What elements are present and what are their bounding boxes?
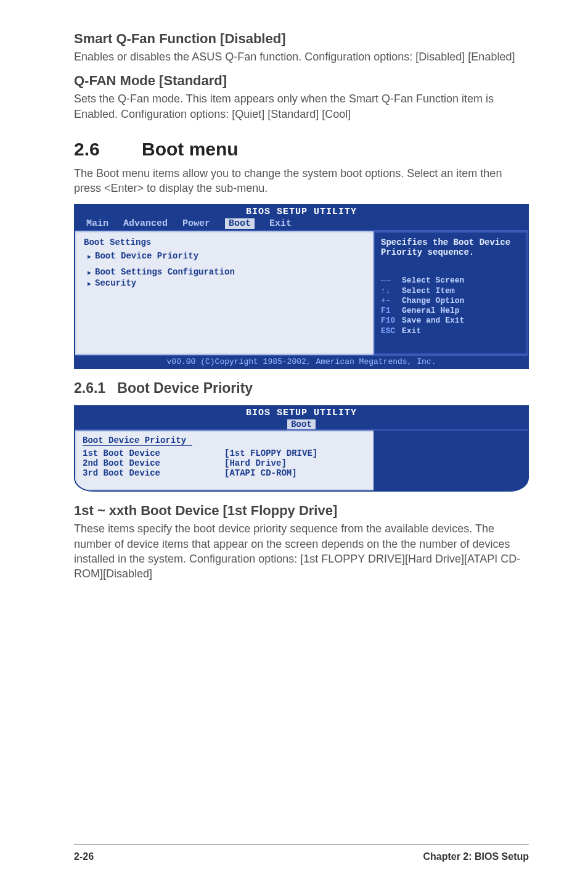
bios-item-boot-settings-config: Boot Settings Configuration — [88, 267, 366, 277]
chapter-intro: The Boot menu items allow you to change … — [74, 166, 529, 196]
bios-key-desc: Change Option — [402, 296, 464, 305]
bios2-row: 2nd Boot Device [Hard Drive] — [83, 458, 367, 468]
bios-help-text: Specifies the Boot Device Priority seque… — [381, 237, 520, 257]
bios-key-legend: ←→Select Screen ↑↓Select Item +-Change O… — [381, 276, 520, 336]
bios2-title: BIOS SETUP UTILITY — [75, 406, 528, 419]
bios-key: ESC — [381, 326, 402, 336]
chapter-heading: 2.6Boot menu — [74, 139, 529, 160]
chapter-number: 2.6 — [74, 139, 142, 160]
chapter-footer-label: Chapter 2: BIOS Setup — [423, 851, 529, 862]
bios2-tab-boot: Boot — [287, 419, 316, 429]
bios-key-desc: General Help — [402, 306, 460, 315]
bios-tab-bar: Main Advanced Power Boot Exit — [75, 218, 528, 230]
bios-tab-exit: Exit — [269, 218, 292, 229]
section-heading-qfan-mode: Q-FAN Mode [Standard] — [74, 73, 529, 89]
bios-screenshot-boot-priority: BIOS SETUP UTILITY Boot Boot Device Prio… — [74, 405, 529, 492]
bios-title: BIOS SETUP UTILITY — [75, 205, 528, 218]
chapter-title: Boot menu — [142, 139, 239, 159]
bios-key: +- — [381, 296, 402, 306]
bios2-row-label: 3rd Boot Device — [83, 468, 224, 478]
bios-tab-power: Power — [182, 218, 210, 229]
bios2-right-pane — [374, 431, 528, 490]
bios2-row: 1st Boot Device [1st FLOPPY DRIVE] — [83, 448, 367, 458]
bios-tab-main: Main — [86, 218, 108, 229]
bios2-panel-title: Boot Device Priority — [83, 435, 192, 446]
bios-key-desc: Save and Exit — [402, 316, 464, 325]
bios2-left-pane: Boot Device Priority 1st Boot Device [1s… — [75, 431, 374, 490]
subsection-heading: 2.6.1 Boot Device Priority — [74, 380, 529, 397]
section-heading-smart-qfan: Smart Q-Fan Function [Disabled] — [74, 31, 529, 47]
bios2-row-label: 1st Boot Device — [83, 448, 224, 458]
bios-key: F1 — [381, 306, 402, 316]
subsection-number: 2.6.1 — [74, 380, 105, 396]
bios2-tab-bar: Boot — [75, 419, 528, 429]
page-number: 2-26 — [74, 851, 94, 862]
section-body-qfan-mode: Sets the Q-Fan mode. This item appears o… — [74, 91, 529, 122]
bios-footer: v00.00 (C)Copyright 1985-2002, American … — [75, 355, 528, 368]
bios-item-boot-device-priority: Boot Device Priority — [88, 251, 366, 261]
bios-panel-title: Boot Settings — [84, 237, 366, 247]
bios-key: ↑↓ — [381, 286, 402, 296]
subsection-title: Boot Device Priority — [117, 380, 253, 396]
page-footer: 2-26 Chapter 2: BIOS Setup — [74, 844, 529, 862]
bios-tab-boot: Boot — [225, 218, 255, 229]
bios-item-security: Security — [88, 278, 366, 288]
section-heading-boot-device: 1st ~ xxth Boot Device [1st Floppy Drive… — [74, 503, 529, 519]
bios2-row-label: 2nd Boot Device — [83, 458, 224, 468]
bios-key: F10 — [381, 316, 402, 326]
bios-left-pane: Boot Settings Boot Device Priority Boot … — [75, 231, 374, 355]
bios-key-desc: Select Item — [402, 286, 455, 295]
bios2-row: 3rd Boot Device [ATAPI CD-ROM] — [83, 468, 367, 478]
section-body-smart-qfan: Enables or disables the ASUS Q-Fan funct… — [74, 49, 529, 64]
bios-key-desc: Exit — [402, 326, 421, 336]
bios2-row-value: [ATAPI CD-ROM] — [224, 468, 297, 478]
bios2-row-value: [1st FLOPPY DRIVE] — [224, 448, 317, 458]
section-body-boot-device: These items specify the boot device prio… — [74, 521, 529, 581]
bios-key: ←→ — [381, 276, 402, 286]
bios-tab-advanced: Advanced — [123, 218, 168, 229]
bios-screenshot-boot-settings: BIOS SETUP UTILITY Main Advanced Power B… — [74, 204, 529, 369]
bios-right-pane: Specifies the Boot Device Priority seque… — [374, 231, 528, 355]
bios-key-desc: Select Screen — [402, 276, 464, 285]
bios2-row-value: [Hard Drive] — [224, 458, 287, 468]
